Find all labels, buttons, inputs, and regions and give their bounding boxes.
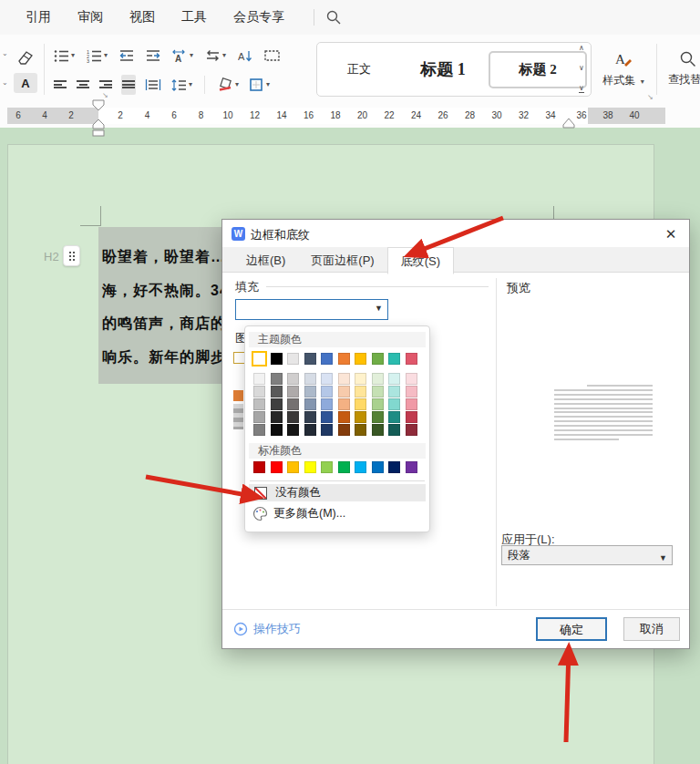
gallery-scroll-up-icon[interactable]: ∧ xyxy=(579,44,584,52)
style-set-button[interactable]: A 样式集 ▾ xyxy=(600,42,647,95)
color-swatch[interactable] xyxy=(406,398,417,410)
fill-color-combobox[interactable]: ▼ xyxy=(235,299,388,320)
tips-link[interactable]: 操作技巧 xyxy=(233,621,301,637)
dialog-tab[interactable]: 边框(B) xyxy=(233,247,298,273)
color-swatch[interactable] xyxy=(388,411,400,423)
color-swatch[interactable] xyxy=(321,424,333,436)
style-gallery-item[interactable]: 标题 2 xyxy=(489,51,587,88)
color-swatch[interactable] xyxy=(355,424,366,436)
document-text-line[interactable]: 海，好不热闹。34 xyxy=(102,282,229,301)
color-swatch[interactable] xyxy=(388,424,400,436)
color-swatch[interactable] xyxy=(287,411,299,423)
color-swatch[interactable] xyxy=(271,373,283,385)
color-swatch[interactable] xyxy=(321,353,333,365)
color-swatch[interactable] xyxy=(321,398,333,410)
color-swatch[interactable] xyxy=(304,373,316,385)
color-swatch[interactable] xyxy=(253,373,265,385)
menu-item[interactable]: 审阅 xyxy=(77,9,103,26)
menu-item[interactable]: 会员专享 xyxy=(233,9,284,26)
color-swatch[interactable] xyxy=(304,461,316,473)
cancel-button[interactable]: 取消 xyxy=(623,617,680,641)
color-swatch[interactable] xyxy=(372,353,384,365)
color-swatch[interactable] xyxy=(253,398,265,410)
ruler-indent-markers[interactable] xyxy=(0,97,700,139)
color-swatch[interactable] xyxy=(372,424,384,436)
more-colors-option[interactable]: 更多颜色(M)... xyxy=(249,505,426,522)
find-replace-button[interactable]: 查找替 xyxy=(668,42,700,95)
color-swatch[interactable] xyxy=(338,373,350,385)
color-swatch[interactable] xyxy=(253,386,265,397)
search-icon[interactable] xyxy=(325,9,342,26)
document-text-line[interactable]: 响乐。新年的脚步 xyxy=(102,348,226,367)
color-swatch[interactable] xyxy=(321,386,333,397)
document-text-line[interactable]: 的鸣笛声，商店的 xyxy=(102,315,226,334)
color-swatch[interactable] xyxy=(287,398,299,410)
color-swatch[interactable] xyxy=(355,353,366,365)
bullet-list-button[interactable]: ▾ xyxy=(53,46,76,66)
color-swatch[interactable] xyxy=(338,386,350,397)
character-scale-button[interactable]: A ▾ xyxy=(171,46,194,66)
paragraph-drag-handle[interactable] xyxy=(63,245,80,266)
color-swatch[interactable] xyxy=(406,373,417,385)
color-swatch[interactable] xyxy=(372,461,384,473)
decrease-indent-button[interactable] xyxy=(118,46,135,66)
shading-color-button[interactable]: ▾ xyxy=(216,75,240,95)
menu-item[interactable]: 视图 xyxy=(129,9,155,26)
color-swatch[interactable] xyxy=(388,373,400,385)
color-swatch[interactable] xyxy=(287,386,299,397)
color-swatch[interactable] xyxy=(338,411,350,423)
color-swatch[interactable] xyxy=(372,411,384,423)
color-swatch[interactable] xyxy=(388,398,400,410)
ok-button[interactable]: 确定 xyxy=(536,617,607,641)
color-swatch[interactable] xyxy=(388,386,400,397)
color-swatch[interactable] xyxy=(338,398,350,410)
color-swatch[interactable] xyxy=(304,411,316,423)
color-swatch[interactable] xyxy=(372,373,384,385)
chevron-down-icon[interactable]: ⌄ xyxy=(2,49,8,57)
color-swatch[interactable] xyxy=(338,461,350,473)
color-swatch[interactable] xyxy=(287,461,299,473)
text-frame-button[interactable] xyxy=(263,46,281,66)
apply-to-select[interactable]: 段落▼ xyxy=(501,545,673,565)
color-swatch[interactable] xyxy=(406,353,417,365)
menu-item[interactable]: 引用 xyxy=(26,9,51,26)
color-swatch[interactable] xyxy=(355,461,366,473)
dialog-titlebar[interactable]: W 边框和底纹 ✕ xyxy=(222,220,689,247)
no-color-option[interactable]: 没有颜色 xyxy=(249,484,426,501)
color-swatch[interactable] xyxy=(372,386,384,397)
style-gallery-item[interactable]: 正文 xyxy=(317,61,401,77)
line-spacing-button[interactable]: ▾ xyxy=(170,75,193,95)
increase-indent-button[interactable] xyxy=(145,46,161,66)
color-swatch[interactable] xyxy=(338,424,350,436)
color-swatch[interactable] xyxy=(271,411,283,423)
color-swatch[interactable] xyxy=(355,386,366,397)
border-button[interactable]: ▾ xyxy=(248,75,271,95)
color-swatch[interactable] xyxy=(253,353,265,365)
clear-format-eraser-icon[interactable] xyxy=(15,46,36,71)
color-swatch[interactable] xyxy=(304,386,316,397)
color-swatch[interactable] xyxy=(406,386,417,397)
style-gallery-item[interactable]: 标题 1 xyxy=(401,58,485,80)
color-swatch[interactable] xyxy=(355,398,366,410)
color-swatch[interactable] xyxy=(253,424,265,436)
color-swatch[interactable] xyxy=(271,386,283,397)
color-swatch[interactable] xyxy=(253,461,265,473)
color-swatch[interactable] xyxy=(271,353,283,365)
sort-button[interactable]: A xyxy=(237,46,253,66)
color-swatch[interactable] xyxy=(271,461,283,473)
distribute-button[interactable] xyxy=(144,75,162,95)
chevron-down-icon[interactable]: ⌄ xyxy=(2,78,8,87)
color-swatch[interactable] xyxy=(388,353,400,365)
align-left-button[interactable] xyxy=(53,75,67,95)
color-swatch[interactable] xyxy=(355,411,366,423)
gallery-scroll-down-icon[interactable]: ∨ xyxy=(579,64,584,72)
color-swatch[interactable] xyxy=(321,373,333,385)
color-swatch[interactable] xyxy=(287,424,299,436)
color-swatch[interactable] xyxy=(321,461,333,473)
dialog-tab[interactable]: 页面边框(P) xyxy=(298,247,386,273)
numbered-list-button[interactable]: 123 ▾ xyxy=(86,46,108,66)
color-swatch[interactable] xyxy=(271,424,283,436)
menu-item[interactable]: 工具 xyxy=(181,9,207,26)
color-swatch[interactable] xyxy=(271,398,283,410)
color-swatch[interactable] xyxy=(406,461,417,473)
